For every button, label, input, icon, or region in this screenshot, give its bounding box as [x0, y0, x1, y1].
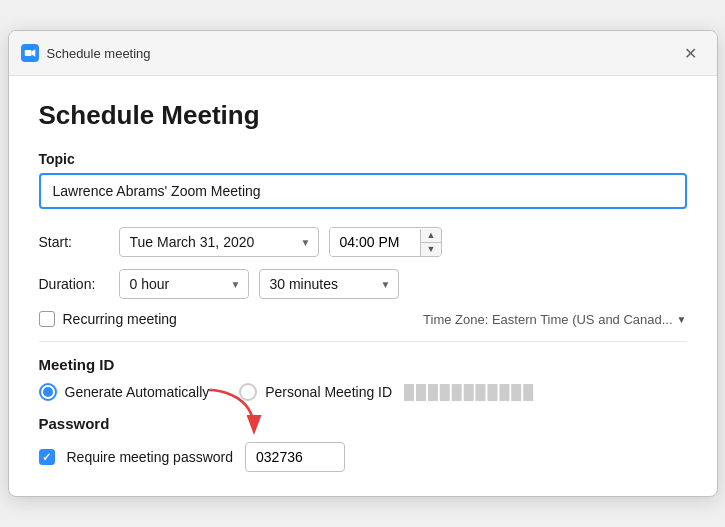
timezone-wrapper: Time Zone: Eastern Time (US and Canad...…	[423, 312, 686, 327]
title-bar: Schedule meeting ✕	[9, 31, 717, 76]
schedule-meeting-window: Schedule meeting ✕ Schedule Meeting Topi…	[8, 30, 718, 497]
date-select[interactable]: Tue March 31, 2020	[119, 227, 319, 257]
recurring-label: Recurring meeting	[63, 311, 177, 327]
hour-select[interactable]: 0 hour 1 hour 2 hours 3 hours	[119, 269, 249, 299]
hour-select-wrapper: 0 hour 1 hour 2 hours 3 hours ▼	[119, 269, 249, 299]
password-input[interactable]	[245, 442, 345, 472]
divider	[39, 341, 687, 342]
window-title: Schedule meeting	[47, 46, 151, 61]
password-section: Password Require meeting password	[39, 415, 687, 472]
personal-meeting-id-label: Personal Meeting ID	[265, 384, 392, 400]
date-select-wrapper: Tue March 31, 2020 ▼	[119, 227, 319, 257]
password-row: Require meeting password	[39, 442, 687, 472]
dialog-content: Schedule Meeting Topic Start: Tue March …	[9, 76, 717, 496]
svg-marker-1	[31, 49, 35, 57]
generate-automatically-radio[interactable]	[39, 383, 57, 401]
topic-input[interactable]	[39, 173, 687, 209]
time-spinners: ▲ ▼	[420, 229, 442, 256]
recurring-left: Recurring meeting	[39, 311, 177, 327]
close-button[interactable]: ✕	[677, 39, 705, 67]
start-row: Start: Tue March 31, 2020 ▼ ▲ ▼	[39, 227, 687, 257]
personal-meeting-id-option[interactable]: Personal Meeting ID ███████████	[239, 383, 535, 401]
require-password-checkbox[interactable]	[39, 449, 55, 465]
recurring-row: Recurring meeting Time Zone: Eastern Tim…	[39, 311, 687, 327]
app-icon	[21, 44, 39, 62]
page-title: Schedule Meeting	[39, 100, 687, 131]
svg-rect-0	[24, 50, 31, 56]
personal-meeting-id-value: ███████████	[404, 384, 535, 400]
topic-label: Topic	[39, 151, 687, 167]
timezone-text: Time Zone: Eastern Time (US and Canad...	[423, 312, 673, 327]
minutes-select-wrapper: 0 minutes 15 minutes 30 minutes 45 minut…	[259, 269, 399, 299]
generate-automatically-option[interactable]: Generate Automatically	[39, 383, 210, 401]
time-up-button[interactable]: ▲	[421, 229, 442, 243]
password-title: Password	[39, 415, 687, 432]
require-password-label: Require meeting password	[67, 449, 234, 465]
recurring-checkbox[interactable]	[39, 311, 55, 327]
meeting-id-title: Meeting ID	[39, 356, 687, 373]
duration-row: Duration: 0 hour 1 hour 2 hours 3 hours …	[39, 269, 687, 299]
minutes-select[interactable]: 0 minutes 15 minutes 30 minutes 45 minut…	[259, 269, 399, 299]
timezone-chevron-icon[interactable]: ▼	[677, 314, 687, 325]
arrow-indicator	[199, 385, 279, 445]
time-down-button[interactable]: ▼	[421, 243, 442, 256]
meeting-id-row: Generate Automatically Personal Meeting …	[39, 383, 687, 401]
generate-automatically-label: Generate Automatically	[65, 384, 210, 400]
start-label: Start:	[39, 234, 109, 250]
title-bar-left: Schedule meeting	[21, 44, 151, 62]
time-input-wrapper: ▲ ▼	[329, 227, 443, 257]
time-input[interactable]	[330, 228, 420, 256]
duration-label: Duration:	[39, 276, 109, 292]
